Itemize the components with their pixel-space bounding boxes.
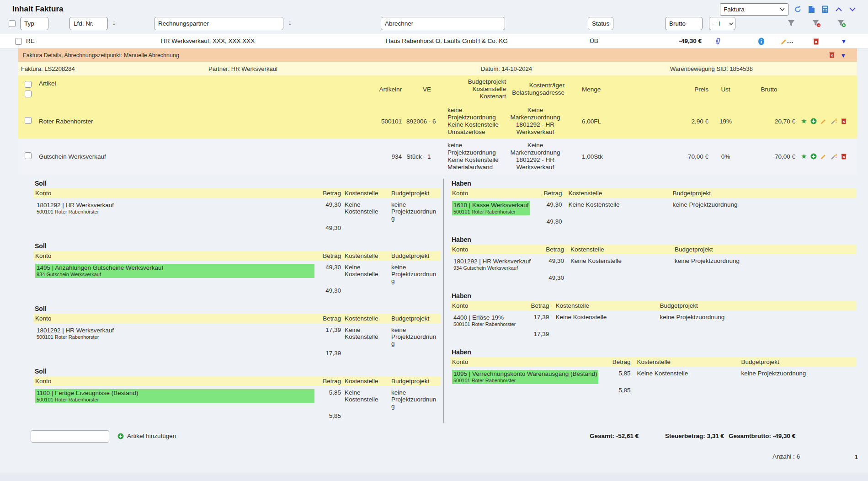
konto-box: 1801292 | HR Werksverkauf 500101 Roter R… <box>35 326 314 341</box>
article-menge: 6,00FL <box>564 118 624 125</box>
invoice-row[interactable]: RE HR Werksverkauf, XXX, XXX XXX Haus Ra… <box>0 34 868 48</box>
konto-title: 1610 | Kasse Werksverkauf <box>453 202 529 208</box>
total-gesamtbrutto: Gesamtbrutto: -49,30 € <box>729 433 795 439</box>
article-brutto: 20,70 € <box>743 118 795 125</box>
detail-header-text: Faktura Details, Abrechnungszeitpunkt: M… <box>23 52 179 59</box>
article-row-checkbox[interactable] <box>25 117 32 124</box>
delete-trash-icon[interactable] <box>827 50 836 59</box>
bk-total: 5,85 <box>316 411 343 423</box>
col-header-budget-stack: Budgetprojekt Kostenstelle Kostenart <box>447 78 506 100</box>
bk-betrag: 5,85 <box>600 367 632 385</box>
info-icon[interactable] <box>756 37 766 46</box>
delete-trash-icon[interactable] <box>841 118 847 124</box>
filter-brutto-input[interactable] <box>665 17 703 30</box>
calculator-icon[interactable] <box>820 5 830 14</box>
haben-section: Haben Konto Betrag Kostenstelle Budgetpr… <box>450 347 856 397</box>
konto-sub: 500101 Roter Rabenhorster <box>453 321 516 327</box>
invoice-rechnungspartner: HR Werksverkauf, XXX, XXX XXX <box>161 37 255 44</box>
magic-wand-icon[interactable] <box>831 153 837 160</box>
edit-pencil-icon[interactable] <box>820 153 827 160</box>
add-article-label[interactable]: Artikel hinzufügen <box>127 433 176 439</box>
bk-header-betrag: Betrag <box>519 301 551 310</box>
bk-header-budgetprojekt: Budgetprojekt <box>389 314 441 323</box>
bottom-controls: Artikel hinzufügen Gesamt: -52,61 € Steu… <box>18 429 857 448</box>
filter-status-input[interactable] <box>588 17 613 30</box>
bk-betrag: 5,85 <box>316 386 343 411</box>
sort-desc-icon-partner[interactable]: ↓ <box>288 18 292 27</box>
magic-wand-icon[interactable] <box>831 118 837 125</box>
article-artikelnr: 500101 <box>351 118 402 125</box>
soll-section: Soll Konto Betrag Kostenstelle Budgetpro… <box>33 241 441 298</box>
article-artikelnr: 934 <box>351 153 402 160</box>
article-projekt: keine Projektzuordnung <box>447 142 506 156</box>
delete-trash-icon[interactable] <box>841 153 847 160</box>
article-budget-stack: keine Projektzuordnung Keine Kostenstell… <box>447 107 506 136</box>
konto-sub: 934 Gutschein Werksverkauf <box>453 265 531 271</box>
bk-budgetprojekt: keine Projektzuordnung <box>669 198 856 216</box>
expand-triangle-icon[interactable]: ▼ <box>839 37 848 46</box>
edit-pencil-icon[interactable] <box>820 118 827 124</box>
footer-bar <box>0 474 868 481</box>
konto-sub: 500101 Roter Rabenhorster <box>453 378 597 383</box>
article-marke: Keine Markenzuordnung <box>506 107 564 121</box>
bk-header-betrag: Betrag <box>316 188 343 198</box>
col-header-kostenstelle: Kostenstelle <box>447 86 506 93</box>
konto-box: 1100 | Fertige Erzeugnisse (Bestand) 500… <box>35 389 314 403</box>
add-plus-icon[interactable] <box>810 153 817 160</box>
filter-extra-select[interactable]: -- I <box>709 17 735 30</box>
filter-typ-input[interactable] <box>20 17 48 30</box>
invoice-row-checkbox[interactable] <box>15 38 22 45</box>
konto-sub: 500101 Roter Rabenhorster <box>37 334 313 340</box>
bk-budgetprojekt: keine Projektzuordnung <box>737 367 856 385</box>
article-row: Roter Rabenhorster 500101 892006 - 6 kei… <box>18 104 857 139</box>
article-kostenstelle: Keine Kostenstelle <box>447 156 506 164</box>
konto-title: 4400 | Erlöse 19% <box>453 314 516 321</box>
article-select-all-checkbox[interactable] <box>25 81 32 88</box>
paperclip-icon[interactable] <box>713 37 722 46</box>
view-select[interactable]: Faktura <box>720 3 788 16</box>
col-header-kostentraeger: Kostenträger <box>506 82 564 89</box>
haben-section: Haben Konto Betrag Kostenstelle Budgetpr… <box>450 235 856 285</box>
article-select-all-checkbox-2[interactable] <box>25 91 32 97</box>
add-article-input[interactable] <box>31 430 109 443</box>
collapse-triangle-icon[interactable]: ▼ <box>839 51 848 60</box>
add-article-plus-icon[interactable] <box>117 433 124 439</box>
bk-header-betrag: Betrag <box>600 357 632 367</box>
bk-header-kostenstelle: Kostenstelle <box>632 357 737 367</box>
filter-abrechner-input[interactable] <box>381 17 505 30</box>
pagination-page-1[interactable]: 1 <box>855 454 858 460</box>
article-kostenart: Materialaufwand <box>447 164 506 171</box>
detail-header-band: Faktura Details, Abrechnungszeitpunkt: M… <box>18 48 857 62</box>
bk-header-kostenstelle: Kostenstelle <box>343 376 389 386</box>
col-header-ust: Ust <box>708 86 743 93</box>
filter-remove-icon[interactable] <box>812 19 821 27</box>
bk-header-konto: Konto <box>33 188 316 198</box>
collapse-up-icon[interactable] <box>834 5 843 14</box>
expand-down-icon[interactable] <box>848 5 857 14</box>
sort-desc-icon-lfdnr[interactable]: ↓ <box>112 18 116 27</box>
favorite-star-icon[interactable]: ★ <box>801 117 807 125</box>
haben-section: Haben Konto Betrag Kostenstelle Budgetpr… <box>450 179 856 229</box>
haben-section: Haben Konto Betrag Kostenstelle Budgetpr… <box>450 291 856 341</box>
filter-lfdnr-input[interactable] <box>69 17 108 30</box>
article-row-checkbox[interactable] <box>25 152 32 159</box>
delete-trash-icon[interactable] <box>811 37 820 46</box>
article-belastung-2: Werksverkauf <box>506 128 564 136</box>
more-actions[interactable]: ... <box>787 37 793 44</box>
bk-header-konto: Konto <box>33 251 316 261</box>
soll-section: Soll Konto Betrag Kostenstelle Budgetpro… <box>33 367 441 423</box>
col-header-artikelnr: Artikelnr <box>351 86 402 93</box>
filter-funnel-icon[interactable] <box>787 19 795 27</box>
article-ve: 892006 - 6 <box>402 118 447 125</box>
konto-box: 1095 | Verrechnungskonto Warenausgang (B… <box>452 370 598 384</box>
bk-budgetprojekt: keine Projektzuordnung <box>656 310 856 329</box>
refresh-icon[interactable] <box>793 5 802 14</box>
favorite-star-icon[interactable]: ★ <box>801 152 807 160</box>
filter-rechnungspartner-input[interactable] <box>154 17 283 30</box>
export-document-icon[interactable] <box>807 5 816 14</box>
add-plus-icon[interactable] <box>810 118 817 124</box>
filter-add-icon[interactable] <box>837 19 846 27</box>
select-all-checkbox[interactable] <box>9 20 16 27</box>
bk-budgetprojekt: keine Projektzuordnung <box>389 323 441 348</box>
bk-betrag: 17,39 <box>316 323 343 348</box>
